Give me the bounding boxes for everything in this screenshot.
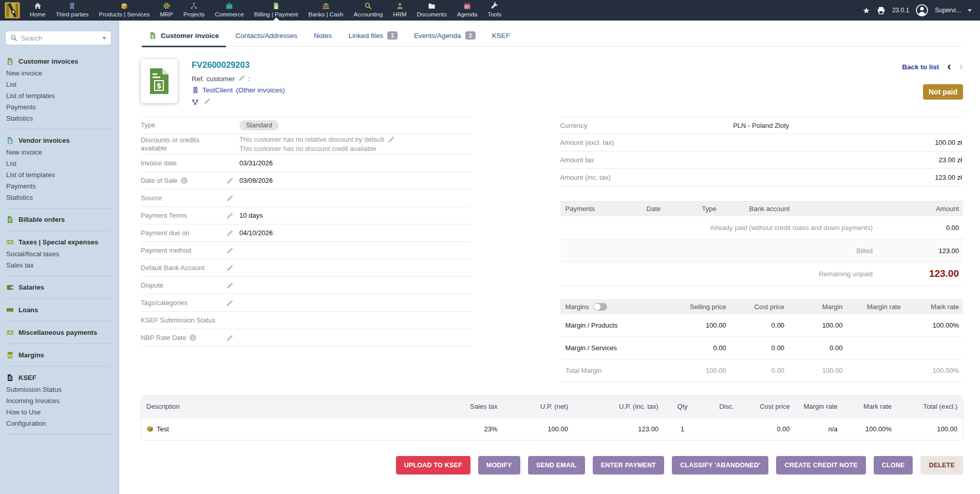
sidebar-section-title-ksef[interactable]: KSEF [5, 370, 111, 384]
menu-item-documents[interactable]: Documents [412, 0, 452, 21]
sidebar-item-new-invoice[interactable]: New invoice [5, 68, 111, 79]
search-options-caret-icon[interactable] [102, 37, 106, 40]
edit-ref-customer-icon[interactable] [238, 74, 245, 83]
sidebar-item-list-of-templates[interactable]: List of templates [5, 90, 111, 102]
field-row-discounts-or-credits-available: Discounts or credits available This cust… [141, 134, 472, 155]
invoice-lines-table: DescriptionSales taxU.P. (net)U.P. (inc.… [141, 395, 963, 441]
tab-ksef[interactable]: KSEF [484, 27, 518, 46]
sidebar-item-configuration[interactable]: Configuration [5, 418, 111, 429]
tab-linked-files[interactable]: Linked files1 [340, 26, 406, 46]
sidebar-section-taxes-special-expenses: Taxes | Special expensesSocial/fiscal ta… [5, 231, 111, 276]
sidebar-section-vendor-invoices: $ Vendor invoicesNew invoiceListList of … [5, 129, 111, 208]
user-name[interactable]: Supervi... [935, 7, 961, 14]
menu-item-commerce[interactable]: Commerce [210, 0, 249, 21]
modify-button[interactable]: MODIFY [478, 456, 520, 474]
sidebar-item-submission-status[interactable]: Submission Status [5, 384, 111, 395]
project-tree-icon[interactable] [192, 99, 199, 106]
edit-tags-categories-icon[interactable] [226, 299, 233, 307]
menu-item-tools[interactable]: Tools [482, 0, 506, 21]
back-to-list-link[interactable]: Back to list [902, 63, 939, 71]
sidebar-item-list[interactable]: List [5, 79, 111, 90]
tab-customer-invoice[interactable]: $Customer invoice [141, 27, 227, 46]
menu-item-agenda[interactable]: Agenda [452, 0, 483, 21]
field-row-source: Source [141, 189, 472, 207]
sidebar-section-title-miscellaneous-payments[interactable]: Miscellaneous payments [5, 325, 111, 339]
menu-item-billing-payment[interactable]: $ Billing | Payment [249, 0, 303, 21]
cube-icon [146, 425, 154, 432]
detail-columns: Type StandardDiscounts or credits availa… [141, 117, 963, 382]
edit-default-bank-account-icon[interactable] [226, 264, 233, 272]
user-avatar[interactable] [916, 4, 928, 16]
next-record-icon[interactable]: › [959, 62, 963, 72]
bookmark-star-icon[interactable]: ★ [863, 6, 870, 15]
menu-item-products-services[interactable]: Products | Services [94, 0, 155, 21]
delete-button[interactable]: DELETE [920, 456, 963, 474]
field-row-dispute: Dispute [141, 277, 472, 294]
third-party-link[interactable]: TestClient [202, 86, 233, 94]
previous-record-icon[interactable]: ‹ [947, 62, 951, 72]
margins-row-margin-services: Margin / Services0.000.000.00 [560, 337, 963, 359]
sidebar-section-title-loans[interactable]: Loans [5, 302, 111, 316]
sidebar-section-title-salaries[interactable]: Salaries [5, 280, 111, 294]
send-email-button[interactable]: SEND EMAIL [528, 456, 585, 474]
sidebar-item-incoming-invoices[interactable]: Incoming Invoices [5, 395, 111, 407]
menu-item-hrm[interactable]: HRM [388, 0, 411, 21]
create-credit-note-button[interactable]: CREATE CREDIT NOTE [776, 456, 865, 474]
sidebar-item-how-to-use[interactable]: How to Use [5, 407, 111, 418]
margins-header: Margins Selling priceCost priceMarginMar… [560, 299, 963, 314]
sidebar-section-title-customer-invoices[interactable]: $ Customer invoices [5, 54, 111, 68]
amount-row-amount-excl-tax: Amount (excl. tax) 100.00 zł [560, 134, 963, 151]
upload-to-ksef-button[interactable]: UPLOAD TO KSEF [396, 456, 470, 474]
sidebar-section-title-margins[interactable]: Margins [5, 348, 111, 362]
sidebar-item-statistics[interactable]: Statistics [5, 113, 111, 124]
menu-item-accounting[interactable]: Accounting [348, 0, 388, 21]
edit-nbp-rate-date-icon[interactable] [226, 334, 233, 341]
sidebar-item-payments[interactable]: Payments [5, 181, 111, 192]
edit-payment-terms-icon[interactable] [226, 212, 233, 219]
sidebar-item-list[interactable]: List [5, 158, 111, 169]
search-input[interactable] [21, 34, 99, 42]
enter-payment-button[interactable]: ENTER PAYMENT [593, 456, 664, 474]
menu-item-mrp[interactable]: MRP [155, 0, 178, 21]
printer-icon[interactable] [877, 6, 885, 15]
amounts-table: Currency PLN - Poland ZlotyAmount (excl.… [560, 117, 963, 186]
edit-payment-due-on-icon[interactable] [226, 230, 233, 237]
ref-customer-line: Ref. customer : [192, 74, 285, 83]
edit-source-icon[interactable] [226, 195, 233, 202]
sidebar-item-payments[interactable]: Payments [5, 102, 111, 113]
classify-abandoned-button[interactable]: CLASSIFY 'ABANDONED' [672, 456, 768, 474]
menu-item-home[interactable]: Home [25, 0, 51, 21]
edit-date-of-sale-icon[interactable] [226, 177, 233, 184]
sidebar-item-new-invoice[interactable]: New invoice [5, 147, 111, 158]
margins-toggle[interactable] [593, 303, 607, 311]
search-icon [10, 34, 17, 42]
edit-discount-icon[interactable] [387, 136, 394, 143]
home-icon [34, 2, 42, 10]
sidebar-item-social-fiscal-taxes[interactable]: Social/fiscal taxes [5, 249, 111, 260]
menu-item-banks-cash[interactable]: Banks | Cash [303, 0, 348, 21]
sidebar-item-statistics[interactable]: Statistics [5, 192, 111, 203]
tab-contacts-addresses[interactable]: Contacts/Addresses [227, 27, 306, 46]
sidebar-item-list-of-templates[interactable]: List of templates [5, 169, 111, 181]
edit-project-icon[interactable] [203, 98, 211, 106]
main-content: $Customer invoiceContacts/AddressesNotes… [119, 21, 980, 494]
tab-notes[interactable]: Notes [306, 27, 340, 46]
tab-events-agenda[interactable]: Events/Agenda2 [406, 26, 484, 46]
sidebar-section-title-billable-orders[interactable]: Billable orders [5, 212, 111, 226]
table-row[interactable]: Test23%100.00123.0010.00n/a100.00%100.00 [141, 417, 963, 440]
app-logo[interactable] [0, 0, 25, 21]
menu-item-third-parties[interactable]: Third parties [51, 0, 94, 21]
chevron-down-icon[interactable] [968, 9, 972, 12]
edit-dispute-icon[interactable] [226, 282, 233, 289]
sidebar-item-sales-tax[interactable]: Sales tax [5, 260, 111, 271]
edit-payment-method-icon[interactable] [226, 247, 233, 254]
clone-button[interactable]: CLONE [874, 456, 913, 474]
other-invoices-link[interactable]: (Other invoices) [236, 86, 285, 94]
field-row-payment-terms: Payment Terms 10 days [141, 207, 472, 224]
sidebar-section-title-taxes-special-expenses[interactable]: Taxes | Special expenses [5, 235, 111, 249]
menu-item-projects[interactable]: Projects [178, 0, 210, 21]
sidebar-section-title-vendor-invoices[interactable]: $ Vendor invoices [5, 133, 111, 147]
field-row-payment-due-on: Payment due on 04/10/2026 [141, 224, 472, 242]
sidebar-section-ksef: KSEFSubmission StatusIncoming InvoicesHo… [5, 367, 111, 434]
calculator-icon [6, 351, 14, 359]
